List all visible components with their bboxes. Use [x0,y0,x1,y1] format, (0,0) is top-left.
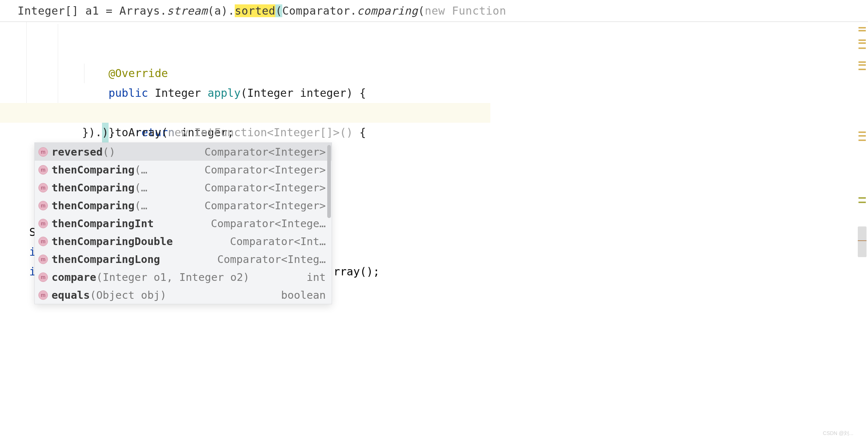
breadcrumb-text: Comparator. [282,4,357,17]
completion-params: (Object obj) [90,289,167,301]
warning-marker[interactable] [858,30,866,31]
scrollbar-thumb[interactable] [858,226,867,257]
method-icon: m [38,237,48,246]
breadcrumb-text: ( [418,4,425,17]
breadcrumb-bar: Integer[] a1 = Arrays.stream(a).sorted(C… [0,0,868,22]
warning-marker[interactable] [858,27,866,28]
warning-marker[interactable] [858,64,866,66]
code-text: .toArray( [109,126,168,139]
completion-name: reversed [52,146,103,158]
completion-return-type: Comparator<Integer> [197,182,326,194]
method-icon: m [38,272,48,282]
autocomplete-item[interactable]: mthenComparing(…Comparator<Integer> [35,196,332,214]
autocomplete-item[interactable]: mthenComparing(…Comparator<Integer> [35,179,332,196]
code-line-current[interactable]: }).).toArray(new IntFunction<Integer[]>(… [0,103,490,123]
marker-stripe[interactable] [856,22,868,439]
inlay-hint: new [168,126,188,139]
completion-params: (… [135,164,147,176]
warning-marker[interactable] [858,42,866,44]
autocomplete-item[interactable]: mthenComparing(…Comparator<Integer> [35,161,332,179]
completion-params: (Integer o1, Integer o2) [96,271,249,283]
code-line[interactable]: @Override [29,24,868,44]
completion-name: thenComparing [52,199,135,212]
breadcrumb-text: comparing [357,4,418,17]
completion-return-type: Comparator<Integer> [197,199,326,212]
completion-name: thenComparingLong [52,253,160,266]
warning-marker[interactable] [858,135,866,137]
warning-marker[interactable] [858,47,866,49]
code-text: { [353,126,366,139]
warning-marker[interactable] [858,202,866,203]
warning-marker[interactable] [858,39,866,41]
completion-name: equals [52,289,90,301]
method-icon: m [38,255,48,264]
method-icon: m [38,219,48,228]
warning-marker[interactable] [858,69,866,70]
inlay-hint: IntFunction<Integer[]>() [195,126,353,139]
autocomplete-item[interactable]: mequals(Object obj)boolean [35,286,332,304]
method-icon: m [38,147,48,157]
warning-marker[interactable] [858,140,866,141]
autocomplete-item[interactable]: mthenComparingIntComparator<Intege… [35,214,332,232]
autocomplete-item[interactable]: mcompare(Integer o1, Integer o2)int [35,268,332,286]
code-text: }). [82,126,102,139]
completion-return-type: Comparator<Integ… [210,253,326,266]
breadcrumb-hint: new Function [425,4,506,17]
breadcrumb-text: (a). [208,4,235,17]
method-icon: m [38,165,48,175]
breadcrumb-paren: ( [275,4,282,17]
method-icon: m [38,183,48,192]
autocomplete-item[interactable]: mthenComparingDoubleComparator<Int… [35,232,332,250]
completion-return-type: Comparator<Int… [223,235,326,248]
autocomplete-popup[interactable]: mreversed()Comparator<Integer>mthenCompa… [34,142,332,304]
completion-params: (… [135,199,147,212]
indent [56,126,82,139]
method-icon: m [38,290,48,300]
completion-params: (… [135,182,147,194]
completion-params: () [103,146,116,158]
method-icon: m [38,201,48,210]
watermark: CSDN @刘... [823,430,853,437]
completion-return-type: int [299,271,326,283]
popup-scrollbar[interactable] [327,145,331,218]
code-line[interactable]: rray(); [333,265,380,278]
completion-return-type: Comparator<Intege… [204,217,326,230]
completion-name: compare [52,271,96,283]
code-line[interactable]: } [29,83,868,103]
breadcrumb-text: stream [167,4,207,17]
autocomplete-item[interactable]: mthenComparingLongComparator<Integ… [35,250,332,268]
breadcrumb-text: Integer[] a1 = Arrays. [18,4,167,17]
completion-return-type: Comparator<Integer> [197,146,326,158]
completion-name: thenComparing [52,182,135,194]
completion-name: thenComparingDouble [52,235,173,248]
breadcrumb-highlight: sorted [235,4,275,17]
caret-marker [858,240,867,241]
caret-position: ) [102,123,109,142]
code-editor[interactable]: @Override public Integer apply(Integer i… [0,22,868,123]
code-line[interactable]: return integer; [29,64,868,83]
completion-return-type: Comparator<Integer> [197,164,326,176]
completion-name: thenComparingInt [52,217,154,230]
code-line[interactable]: public Integer apply(Integer integer) { [29,44,868,64]
completion-return-type: boolean [274,289,326,301]
warning-marker[interactable] [858,61,866,63]
warning-marker[interactable] [858,131,866,133]
completion-name: thenComparing [52,164,135,176]
autocomplete-item[interactable]: mreversed()Comparator<Integer> [35,143,332,161]
warning-marker[interactable] [858,197,866,199]
